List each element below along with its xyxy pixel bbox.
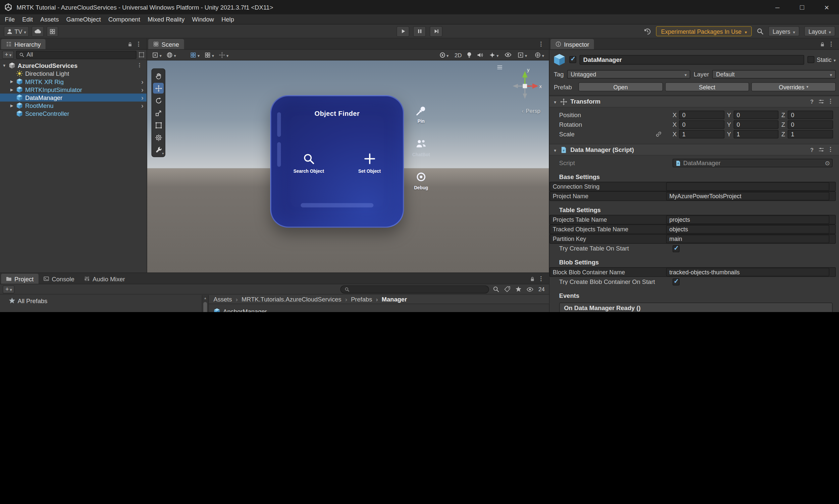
undo-history-icon[interactable] <box>644 28 652 35</box>
maximize-button[interactable] <box>790 0 814 15</box>
tab-hierarchy[interactable]: Hierarchy <box>1 39 45 49</box>
static-checkbox[interactable] <box>807 56 815 63</box>
open-prefab-chevron[interactable] <box>141 102 143 109</box>
package-visibility-eye-icon[interactable] <box>527 286 534 292</box>
z-value-field[interactable]: 0 <box>788 110 833 119</box>
hierarchy-item[interactable]: MRTKInputSimulator <box>0 85 147 93</box>
effects-dropdown[interactable] <box>487 51 500 59</box>
services-grid-button[interactable] <box>46 26 58 36</box>
x-value-field[interactable]: 0 <box>679 110 724 119</box>
tab-inspector[interactable]: Inspector <box>550 39 594 49</box>
hierarchy-item[interactable]: MRTK XR Rig <box>0 77 147 85</box>
overlay-menu-icon[interactable] <box>497 64 503 71</box>
expand-arrow-icon[interactable] <box>8 70 15 77</box>
menu-item[interactable]: Assets <box>36 16 62 22</box>
expand-arrow-icon[interactable] <box>8 94 15 102</box>
folder-tree-item[interactable]: Assets <box>0 312 208 312</box>
expand-arrow-icon[interactable] <box>8 85 15 93</box>
z-value-field[interactable]: 0 <box>788 120 833 129</box>
y-value-field[interactable]: 0 <box>733 120 779 129</box>
menu-item[interactable]: GameObject <box>63 16 105 22</box>
tab-scene[interactable]: Scene <box>148 39 184 49</box>
experimental-packages-badge[interactable]: Experimental Packages In Use <box>656 26 752 36</box>
property-value-field[interactable]: MyAzurePowerToolsProject <box>666 192 829 200</box>
y-value-field[interactable]: 0 <box>733 110 779 119</box>
prefab-action-button[interactable]: Select <box>665 83 749 91</box>
scene-viewport[interactable]: Object Finder Search Object Set Object <box>147 60 549 273</box>
property-value-field[interactable] <box>666 182 829 191</box>
tag-dropdown[interactable]: Untagged <box>567 70 690 79</box>
hierarchy-item[interactable]: AzureCloudServices <box>0 61 147 70</box>
object-finder-button[interactable]: Search Object <box>293 153 324 174</box>
expand-arrow-icon[interactable] <box>1 61 7 70</box>
lock-icon[interactable] <box>529 276 535 281</box>
active-checkbox[interactable] <box>569 56 576 63</box>
menu-item[interactable]: Help <box>218 16 238 22</box>
scene-ui-button[interactable]: Pin <box>416 105 426 124</box>
property-value-field[interactable]: main <box>666 235 829 243</box>
menu-item[interactable]: Mixed Reality <box>144 16 188 22</box>
orientation-gizmo[interactable]: y x <box>507 67 543 102</box>
property-value-field[interactable]: objects <box>666 225 829 234</box>
expand-arrow-icon[interactable] <box>8 110 15 118</box>
expand-arrow-icon[interactable] <box>8 77 15 85</box>
x-value-field[interactable]: 1 <box>679 130 724 138</box>
play-button[interactable] <box>396 26 409 36</box>
create-asset-button[interactable]: + <box>3 285 15 293</box>
create-object-button[interactable]: + <box>2 51 14 58</box>
scene-audio-icon[interactable] <box>477 52 483 58</box>
property-value-field[interactable]: projects <box>666 215 829 224</box>
menu-item[interactable]: Window <box>188 16 218 22</box>
layout-dropdown[interactable]: Layout <box>804 26 835 36</box>
scene-options-icon[interactable] <box>138 62 144 69</box>
camera-settings-dropdown[interactable] <box>516 51 529 59</box>
scene-ui-button[interactable]: Debug <box>414 172 428 190</box>
hierarchy-search-input[interactable]: All <box>16 51 136 58</box>
lock-icon[interactable] <box>127 41 133 47</box>
open-prefab-chevron[interactable] <box>141 86 143 93</box>
expand-arrow-icon[interactable] <box>1 312 7 312</box>
favorites-star-icon[interactable] <box>515 286 522 292</box>
search-by-label-icon[interactable] <box>504 286 510 292</box>
custom-tools-button[interactable] <box>153 144 164 155</box>
script-object-field[interactable]: DataManager <box>673 159 833 167</box>
presets-icon[interactable] <box>818 147 824 153</box>
panel-menu-icon[interactable] <box>539 41 546 47</box>
panel-menu-icon[interactable] <box>539 275 546 282</box>
property-value-field[interactable]: tracked-objects-thumbnails <box>666 268 829 276</box>
breadcrumb-item[interactable]: MRTK.Tutorials.AzureCloudServices <box>232 296 341 303</box>
scroll-up-icon[interactable]: ▲ <box>202 295 208 301</box>
z-value-field[interactable]: 1 <box>788 130 833 138</box>
open-prefab-chevron[interactable] <box>141 94 143 101</box>
expand-arrow-icon[interactable] <box>8 102 15 110</box>
static-toggle[interactable]: Static <box>807 56 836 63</box>
project-area-tab[interactable]: Console <box>38 274 79 284</box>
presets-icon[interactable] <box>818 98 824 105</box>
search-icon[interactable] <box>756 28 764 35</box>
scene-ui-button[interactable]: ChatBot <box>412 138 430 157</box>
project-file[interactable]: AnchorManager <box>213 307 549 312</box>
cloud-services-button[interactable] <box>32 26 44 36</box>
move-tool-button[interactable] <box>153 83 164 93</box>
hierarchy-item[interactable]: DataManager <box>0 94 147 102</box>
breadcrumb-item[interactable]: Prefabs <box>342 296 372 303</box>
object-finder-button[interactable]: Set Object <box>358 153 381 174</box>
close-button[interactable] <box>815 0 839 15</box>
help-icon[interactable]: ? <box>810 98 814 105</box>
component-menu-icon[interactable] <box>829 98 835 105</box>
layers-dropdown[interactable]: Layers <box>768 26 800 36</box>
menu-item[interactable]: Edit <box>19 16 37 22</box>
shading-mode-dropdown[interactable] <box>438 51 450 59</box>
project-area-tab[interactable]: Project <box>1 274 38 284</box>
breadcrumb-item[interactable]: Assets <box>213 296 232 303</box>
project-search-input[interactable] <box>341 285 489 293</box>
property-checkbox[interactable] <box>673 278 680 285</box>
panel-menu-icon[interactable] <box>137 41 143 47</box>
gameobject-name-field[interactable]: DataManager <box>579 55 804 65</box>
folder-tree-item[interactable]: All Prefabs <box>0 296 208 304</box>
step-button[interactable] <box>430 26 443 36</box>
object-picker-icon[interactable] <box>825 160 830 166</box>
hierarchy-item[interactable]: RootMenu <box>0 102 147 110</box>
hierarchy-item[interactable]: Directional Light <box>0 70 147 77</box>
scale-tool-button[interactable] <box>153 108 164 118</box>
